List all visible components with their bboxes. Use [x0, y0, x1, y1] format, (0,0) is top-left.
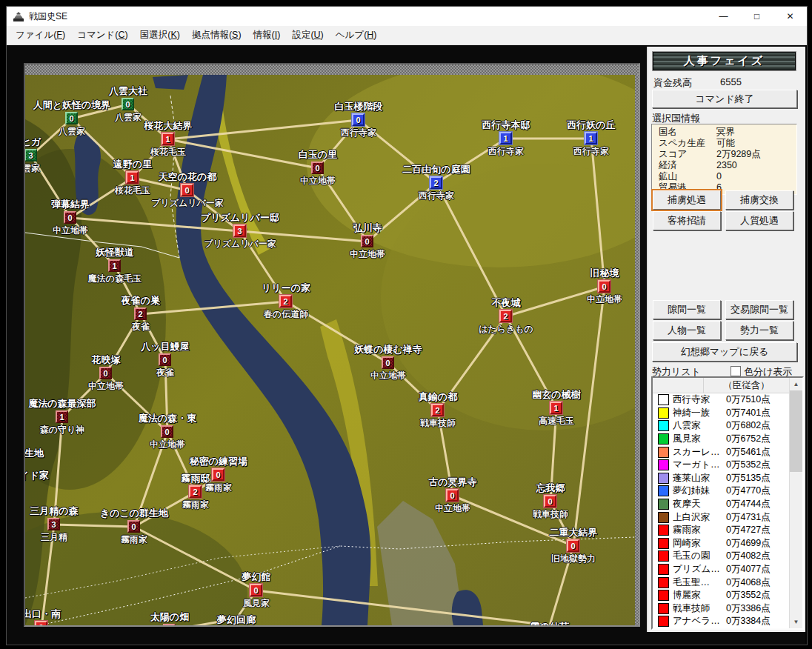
map-node-marker[interactable]: 0 [127, 520, 140, 533]
faction-name: 戦車技師 [673, 602, 726, 615]
map-node-marker[interactable]: 0 [122, 98, 134, 110]
map-node-marker[interactable]: 0 [163, 624, 176, 625]
guest-general-invite-button[interactable]: 客将招請 [653, 211, 721, 230]
map-node-marker[interactable]: 0 [212, 468, 224, 481]
gap-list-button[interactable]: 隙間一覧 [653, 300, 721, 319]
power-list-row[interactable]: 毛玉聖…0万4068点 [653, 576, 789, 589]
map-node-marker[interactable]: 1 [126, 171, 139, 184]
faction-name: 蓬莱山家 [673, 472, 726, 485]
map-node-marker[interactable]: 3 [47, 518, 60, 530]
map-node-name: 不夜城 [492, 296, 521, 310]
map-node-marker[interactable]: 0 [64, 211, 76, 224]
minimize-button[interactable]: — [707, 7, 740, 26]
map-node-marker[interactable]: 1 [585, 132, 597, 144]
map-node-marker[interactable]: 2 [189, 485, 202, 498]
map-node-name: 妖怪獣道 [96, 246, 134, 259]
map-node-marker[interactable]: 0 [161, 425, 173, 438]
map-canvas[interactable]: 八雲大社0八雲家人間と妖怪の境界0八雲家ヒガ3雲家桜花大結界1桜花毛玉遠野の里1… [25, 64, 639, 625]
power-list-row[interactable]: アナベラ…0万3384点 [653, 615, 789, 628]
colorize-checkbox[interactable] [731, 366, 741, 376]
map-node-marker[interactable]: 0 [250, 584, 262, 596]
faction-name: 神綺一族 [673, 407, 726, 419]
map-node-marker[interactable]: 2 [279, 295, 292, 307]
close-button[interactable]: ✕ [773, 7, 807, 26]
map-node-marker[interactable]: 0 [544, 495, 556, 507]
map-node-marker[interactable]: 0 [181, 184, 193, 196]
map-node-marker[interactable]: 0 [159, 353, 171, 366]
map-node-marker[interactable]: 2 [499, 310, 512, 322]
funds-value: 6555 [720, 76, 742, 87]
back-to-gensokyo-button[interactable]: 幻想郷マップに戻る [652, 342, 797, 362]
scrollbar-thumb[interactable] [790, 390, 802, 472]
map-node-owner: 魔法の森毛玉 [88, 273, 142, 285]
map-node-marker[interactable]: 1 [499, 132, 512, 144]
hostage-treatment-button[interactable]: 人質処遇 [725, 211, 793, 230]
trade-gap-list-button[interactable]: 交易隙間一覧 [725, 300, 793, 319]
power-list-row[interactable]: 夢幻姉妹0万4770点 [653, 485, 789, 498]
menu-item-settings[interactable]: 設定(U) [286, 27, 329, 44]
power-list-button[interactable]: 勢力一覧 [725, 321, 793, 340]
map-node-marker[interactable]: 1 [56, 410, 68, 423]
power-list-row[interactable]: 博麗家0万3552点 [653, 589, 789, 602]
end-command-button[interactable]: コマンド終了 [652, 90, 797, 108]
power-list-row[interactable]: 毛玉の園0万4082点 [653, 550, 789, 563]
map-node-name: 白玉楼階段 [335, 100, 383, 113]
menu-item-country-select[interactable]: 国選択(K) [134, 27, 186, 44]
map-node-marker[interactable]: 3 [25, 149, 37, 162]
map-node-name: 人間と妖怪の境界 [33, 99, 111, 112]
power-list-row[interactable]: 蓬莱山家0万5135点 [653, 472, 789, 485]
map-node-marker[interactable]: 3 [233, 224, 246, 237]
faction-name: 霧雨家 [673, 524, 726, 536]
map-node-marker[interactable]: 0 [352, 113, 365, 126]
power-list-row[interactable]: マーガト…0万5352点 [653, 459, 789, 472]
power-list-row[interactable]: 戦車技師0万3386点 [653, 602, 789, 616]
app-window: 戦国史SE — □ ✕ ファイル(F)コマンド(C)国選択(K)拠点情報(S)情… [6, 6, 808, 645]
map-node-marker[interactable]: 1 [108, 259, 121, 272]
scrollbar-track[interactable] [790, 390, 802, 616]
power-list-row[interactable]: 上白沢家0万4731点 [653, 510, 789, 524]
power-list-row[interactable]: 霧雨家0万4727点 [653, 524, 789, 537]
map-node-marker[interactable]: 0 [311, 162, 324, 174]
power-list-row[interactable]: 神綺一族0万7401点 [653, 407, 789, 420]
country-info-row-label: 国名 [659, 127, 716, 138]
menu-item-help[interactable]: ヘルプ(H) [330, 27, 383, 44]
map-node-marker[interactable]: 0 [567, 539, 579, 552]
map-node-marker[interactable]: 2 [430, 176, 442, 189]
power-list-header-score: （臣従含） [704, 378, 789, 393]
map-node-name: 古の冥界寺 [428, 476, 476, 489]
map-node-marker[interactable]: 0 [446, 489, 459, 502]
map-node-name: 夢幻館 [242, 570, 271, 584]
menu-item-file[interactable]: ファイル(F) [10, 27, 71, 44]
faction-color-swatch [658, 538, 669, 549]
person-list-button[interactable]: 人物一覧 [653, 321, 721, 340]
map-node-marker[interactable]: 0 [382, 356, 394, 369]
map-node-marker[interactable]: 2 [431, 404, 444, 416]
menu-item-info[interactable]: 情報(I) [247, 27, 287, 44]
scroll-down-icon[interactable]: ▼ [790, 616, 802, 628]
map-node-marker[interactable]: 0 [65, 112, 78, 124]
map-node-owner: 中立地帯 [300, 175, 336, 187]
map-node-marker[interactable]: 0 [35, 621, 47, 625]
faction-color-swatch [658, 512, 669, 523]
prisoner-exchange-button[interactable]: 捕虜交換 [725, 190, 793, 210]
power-list-row[interactable]: スカーレ…0万5461点 [653, 445, 789, 459]
map-node-marker[interactable]: 1 [162, 133, 174, 145]
power-list-row[interactable]: 八雲家0万6802点 [653, 419, 789, 433]
power-list-row[interactable]: 風見家0万6752点 [653, 433, 789, 446]
map-node-marker[interactable]: 0 [99, 367, 112, 379]
menu-item-command[interactable]: コマンド(C) [71, 27, 134, 44]
power-list-row[interactable]: 西行寺家0万7510点 [653, 393, 789, 407]
power-list-row[interactable]: プリズム…0万4077点 [653, 563, 789, 576]
power-list-scrollbar[interactable]: ▲ ▼ [789, 378, 802, 628]
power-list-row[interactable]: 岡崎家0万4699点 [653, 537, 789, 550]
scroll-up-icon[interactable]: ▲ [790, 378, 802, 390]
map-node-marker[interactable]: 0 [598, 280, 610, 293]
map-node-marker[interactable]: 2 [134, 307, 147, 320]
map-node-owner: 三月精 [41, 531, 67, 544]
prisoner-treatment-button[interactable]: 捕虜処遇 [653, 190, 721, 210]
menu-item-base-info[interactable]: 拠点情報(S) [186, 27, 247, 44]
map-node-marker[interactable]: 1 [550, 402, 562, 414]
maximize-button[interactable]: □ [740, 7, 773, 26]
map-node-marker[interactable]: 0 [361, 235, 373, 247]
power-list-row[interactable]: 夜摩天0万4744点 [653, 498, 789, 511]
